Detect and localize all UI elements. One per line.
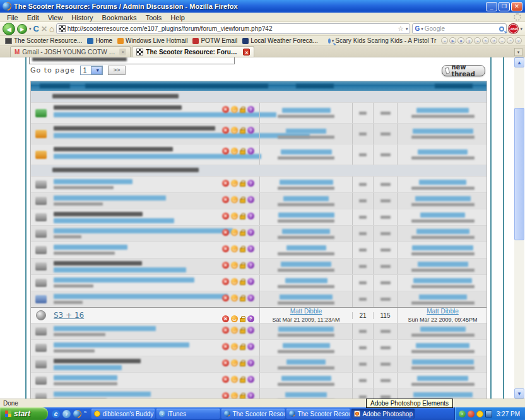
scroll-up-icon[interactable]: ▲ xyxy=(514,57,524,67)
toolbar-overflow-icon[interactable]: ▾ xyxy=(520,26,522,32)
tab-inactive[interactable]: MGmail - JOSH YOUNG COTW - srcotw@...✕ xyxy=(10,46,131,57)
forum-jump-dropdown[interactable] xyxy=(29,57,235,64)
search-engine-dropdown-icon[interactable]: ▾ xyxy=(421,26,423,32)
taskbar-button[interactable]: The Scooter Resourc... xyxy=(221,409,285,419)
search-input[interactable]: Google xyxy=(425,25,498,32)
player-button-icon[interactable]: ■ xyxy=(457,37,464,44)
replies-count: 21 xyxy=(359,312,366,319)
firefox-icon[interactable] xyxy=(73,410,81,418)
menu-edit[interactable]: Edit xyxy=(23,14,44,21)
chevron-down-icon[interactable]: ▼ xyxy=(91,66,102,74)
adblock-tray-icon[interactable] xyxy=(468,411,475,417)
taskbar-button[interactable]: Adobe Photoshop Ele... xyxy=(351,409,415,419)
views-cell xyxy=(373,340,397,356)
blurred-text xyxy=(416,343,469,348)
menu-bookmarks[interactable]: Bookmarks xyxy=(98,14,141,21)
question-icon: ? xyxy=(247,245,254,252)
tab-close-icon[interactable]: ✕ xyxy=(243,49,250,55)
bookmark-item[interactable]: POTW Email xyxy=(190,37,240,44)
foxytunes-search-icon[interactable] xyxy=(328,38,331,44)
history-dropdown-icon[interactable]: ▾ xyxy=(29,26,32,32)
bookmark-item[interactable]: Local Weather Foreca... xyxy=(240,37,321,44)
url-dropdown-icon[interactable]: ▾ xyxy=(406,26,408,32)
taskbar-button[interactable]: dibbleson's Buddy List... xyxy=(91,409,155,419)
player-button-icon[interactable]: v xyxy=(515,37,522,44)
page-select[interactable]: 1 ▼ xyxy=(80,66,103,75)
scrollbar-thumb[interactable] xyxy=(514,108,524,240)
search-go-icon[interactable] xyxy=(499,26,504,32)
thread-type-icon xyxy=(35,180,47,189)
stop-button[interactable]: ✕ xyxy=(41,25,47,33)
adblock-plus-icon[interactable]: ABP xyxy=(509,24,518,33)
tab-close-icon[interactable]: ✕ xyxy=(119,49,126,55)
bookmark-item[interactable]: The Scooter Resource... xyxy=(3,37,85,44)
lock-icon xyxy=(240,378,245,383)
browser-scrollbar[interactable]: ▲ ▼ xyxy=(514,57,524,399)
start-button[interactable]: start xyxy=(0,407,48,420)
hide-icons-chevron-icon[interactable]: ‹ xyxy=(459,411,466,417)
network-tray-icon[interactable] xyxy=(485,411,492,417)
menu-history[interactable]: History xyxy=(67,14,97,21)
thread-starter-cell xyxy=(259,226,352,242)
last-post-cell xyxy=(397,373,488,388)
closed-icon: ✕ xyxy=(222,213,229,219)
thread-row-blurred: ✕◡? xyxy=(31,291,487,307)
quick-launch-overflow-icon[interactable]: » xyxy=(84,409,88,419)
itunes-icon[interactable]: ♪ xyxy=(62,410,71,418)
taskbar-button[interactable]: The Scooter Resourc... xyxy=(286,409,350,419)
player-button-icon[interactable]: ^ xyxy=(507,37,514,44)
menu-help[interactable]: Help xyxy=(166,14,189,21)
internet-explorer-icon[interactable]: e xyxy=(52,410,60,418)
last-post-cell xyxy=(397,291,488,307)
player-button-icon[interactable]: − xyxy=(498,37,505,44)
back-button[interactable]: ◀ xyxy=(3,23,15,35)
goto-page-label: Go to page xyxy=(30,66,75,74)
views-cell xyxy=(373,259,397,274)
bookmark-item[interactable]: Windows Live Hotmail xyxy=(115,37,190,44)
player-button-icon[interactable]: « xyxy=(441,37,448,44)
home-button[interactable]: ⌂ xyxy=(49,24,54,33)
blurred-text xyxy=(54,382,117,385)
close-button[interactable]: ✕ xyxy=(511,2,522,11)
search-box[interactable]: G ▾ Google xyxy=(412,23,507,34)
replies-cell xyxy=(352,324,373,339)
thread-title-link[interactable]: S3 + 16 xyxy=(54,311,84,320)
taskbar-button[interactable]: ♪iTunes xyxy=(156,409,220,419)
last-post-link[interactable]: Matt Dibble xyxy=(427,308,459,315)
thread-status-icons: ✕◡? xyxy=(222,327,254,334)
search-engine-icon[interactable]: G xyxy=(415,25,420,32)
blurred-text xyxy=(380,199,391,202)
foxytunes-track-label[interactable]: Scary Kids Scaring Kids - A Pistol Tr xyxy=(335,37,436,44)
bookmark-item[interactable]: Home xyxy=(85,37,115,44)
scroll-down-icon[interactable]: ▼ xyxy=(514,388,524,399)
minimize-button[interactable]: _ xyxy=(486,2,497,11)
address-bar[interactable]: http://scooterresource.com/e107_plugins/… xyxy=(56,23,411,34)
aim-tray-icon[interactable] xyxy=(476,411,483,417)
starter-link[interactable]: Matt Dibble xyxy=(290,308,322,315)
refresh-button[interactable]: C xyxy=(33,24,39,33)
thread-type-icon xyxy=(35,360,47,368)
smiley-icon: ◡ xyxy=(231,359,238,366)
new-thread-button[interactable]: new thread xyxy=(442,65,485,76)
taskbar-button-label: dibbleson's Buddy List... xyxy=(102,411,155,417)
player-button-icon[interactable]: ↻ xyxy=(482,37,489,44)
restore-button[interactable]: ❐ xyxy=(498,2,510,11)
bookmark-star-icon[interactable]: ☆ xyxy=(398,25,404,33)
player-button-icon[interactable]: ▶ xyxy=(449,37,456,44)
tab-active[interactable]: The Scooter Resource: Forums / ...✕ xyxy=(132,46,254,57)
bookmark-label: The Scooter Resource... xyxy=(14,37,82,44)
gmail-icon: M xyxy=(15,49,20,55)
menu-tools[interactable]: Tools xyxy=(141,14,167,21)
start-label: start xyxy=(14,409,30,418)
player-button-icon[interactable]: || xyxy=(466,37,473,44)
next-page-button[interactable]: >> xyxy=(108,66,126,75)
thread-title-cell: ✕◡? xyxy=(51,209,259,225)
menu-view[interactable]: View xyxy=(44,14,68,21)
player-button-icon[interactable]: ↺ xyxy=(490,37,497,44)
menu-file[interactable]: File xyxy=(3,14,23,21)
url-text[interactable]: http://scooterresource.com/e107_plugins/… xyxy=(68,25,396,32)
tab-list-dropdown-icon[interactable]: ▾ xyxy=(514,48,522,56)
player-button-icon[interactable]: » xyxy=(474,37,481,44)
itunes-icon: ♪ xyxy=(159,411,165,417)
forward-button[interactable]: ▶ xyxy=(17,24,27,34)
